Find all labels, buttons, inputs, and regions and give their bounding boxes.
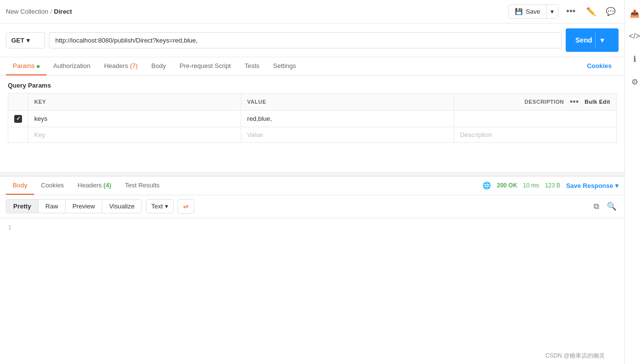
params-section: Query Params KEY VALUE DESCRIPTION ••• B… [0, 76, 624, 143]
row-checkbox-cell[interactable] [8, 111, 28, 127]
save-response-dropdown-icon: ▾ [615, 182, 619, 189]
format-bar: Pretty Raw Preview Visualize Text ▾ ⇌ ⧉ … [0, 195, 624, 218]
tab-headers[interactable]: Headers (7) [97, 57, 145, 75]
response-tabs: Body Cookies Headers (4) Test Results 🌐 … [0, 177, 624, 195]
tab-tests[interactable]: Tests [238, 57, 266, 75]
response-section: Body Cookies Headers (4) Test Results 🌐 … [0, 176, 624, 248]
bulk-edit-button[interactable]: Bulk Edit [585, 99, 610, 105]
placeholder-key-cell[interactable]: Key [28, 127, 241, 142]
row-value-cell[interactable]: red,blue, [241, 111, 454, 127]
table-more-icon[interactable]: ••• [570, 97, 579, 106]
top-actions: 💾 Save ▾ ••• ✏️ 💬 [508, 4, 619, 19]
format-visualize-button[interactable]: Visualize [102, 200, 141, 213]
resp-tab-test-results[interactable]: Test Results [118, 177, 166, 195]
sidebar-code-icon[interactable]: </> [626, 29, 643, 44]
save-response-button[interactable]: Save Response ▾ [566, 182, 619, 189]
row-key: keys [34, 115, 47, 122]
right-sidebar: 📤 </> ℹ ⚙ [624, 0, 644, 248]
save-button-group: 💾 Save ▾ [508, 4, 558, 19]
method-label: GET [11, 37, 24, 44]
url-input[interactable] [49, 32, 562, 48]
response-body: 1 [0, 218, 624, 248]
resp-tab-headers[interactable]: Headers (4) [71, 177, 118, 195]
row-value: red,blue, [247, 115, 272, 122]
breadcrumb-separator: / [50, 8, 52, 15]
wrap-button[interactable]: ⇌ [178, 199, 194, 214]
send-button[interactable]: Send ▾ [566, 28, 619, 52]
format-group: Pretty Raw Preview Visualize [6, 199, 142, 213]
type-label: Text [151, 203, 163, 210]
response-size: 123 B [545, 182, 560, 189]
search-button[interactable]: 🔍 [605, 200, 619, 213]
save-button[interactable]: 💾 Save [509, 5, 546, 18]
sidebar-info-icon[interactable]: ℹ [630, 51, 639, 67]
globe-icon: 🌐 [483, 182, 491, 189]
url-bar: GET ▾ Send ▾ [0, 23, 624, 57]
tab-pre-request-script[interactable]: Pre-request Script [173, 57, 238, 75]
edit-icon-button[interactable]: ✏️ [583, 4, 599, 19]
checkbox-header [8, 93, 28, 111]
placeholder-description: Description [460, 131, 492, 138]
row-key-cell[interactable]: keys [28, 111, 241, 127]
type-dropdown-icon: ▾ [165, 203, 168, 210]
collection-name[interactable]: New Collection [6, 8, 48, 15]
response-time: 10 ms [523, 182, 539, 189]
params-table: KEY VALUE DESCRIPTION ••• Bulk Edit [8, 93, 617, 143]
method-dropdown-icon: ▾ [26, 37, 30, 44]
params-dot [37, 65, 40, 68]
tab-authorization[interactable]: Authorization [46, 57, 97, 75]
line-numbers: 1 [8, 224, 18, 242]
request-tabs: Params Authorization Headers (7) Body Pr… [0, 57, 624, 76]
resp-tab-body[interactable]: Body [6, 177, 34, 195]
top-bar: New Collection / Direct 💾 Save ▾ ••• ✏️ … [0, 0, 624, 23]
placeholder-checkbox-cell [8, 127, 28, 142]
table-row: keys red,blue, [8, 111, 617, 127]
tab-body[interactable]: Body [144, 57, 173, 75]
response-actions: ⧉ 🔍 [592, 200, 619, 213]
desc-header: DESCRIPTION ••• Bulk Edit [454, 93, 617, 111]
method-selector[interactable]: GET ▾ [6, 32, 45, 48]
tab-settings[interactable]: Settings [266, 57, 303, 75]
send-dropdown-icon[interactable]: ▾ [595, 32, 609, 48]
breadcrumb: New Collection / Direct [6, 8, 72, 15]
query-params-title: Query Params [8, 82, 617, 89]
more-options-button[interactable]: ••• [562, 4, 579, 19]
status-badge: 200 OK [497, 182, 517, 189]
value-header: VALUE [241, 93, 454, 111]
tab-cookies[interactable]: Cookies [580, 57, 619, 75]
resp-tab-cookies[interactable]: Cookies [34, 177, 71, 195]
wrap-icon: ⇌ [183, 203, 189, 210]
tab-params[interactable]: Params [6, 57, 46, 75]
row-description-cell[interactable] [454, 111, 617, 127]
key-header: KEY [28, 93, 241, 111]
placeholder-value: Value [247, 131, 263, 138]
comment-icon-button[interactable]: 💬 [603, 4, 619, 19]
sidebar-cookie-icon[interactable]: ⚙ [628, 74, 641, 90]
placeholder-value-cell[interactable]: Value [241, 127, 454, 142]
placeholder-key: Key [34, 131, 45, 138]
response-status: 🌐 200 OK 10 ms 123 B Save Response ▾ [483, 182, 619, 189]
save-icon: 💾 [515, 8, 523, 15]
row-checkbox[interactable] [14, 115, 22, 123]
save-dropdown-button[interactable]: ▾ [546, 5, 558, 18]
placeholder-description-cell[interactable]: Description [454, 127, 617, 142]
copy-button[interactable]: ⧉ [592, 200, 601, 213]
format-preview-button[interactable]: Preview [66, 200, 102, 213]
type-selector[interactable]: Text ▾ [146, 199, 174, 213]
format-raw-button[interactable]: Raw [39, 200, 66, 213]
format-pretty-button[interactable]: Pretty [6, 200, 39, 213]
request-name[interactable]: Direct [54, 8, 72, 15]
params-spacer [0, 143, 624, 172]
sidebar-send-icon[interactable]: 📤 [627, 6, 643, 21]
placeholder-row: Key Value Description [8, 127, 617, 142]
section-divider [0, 172, 624, 176]
